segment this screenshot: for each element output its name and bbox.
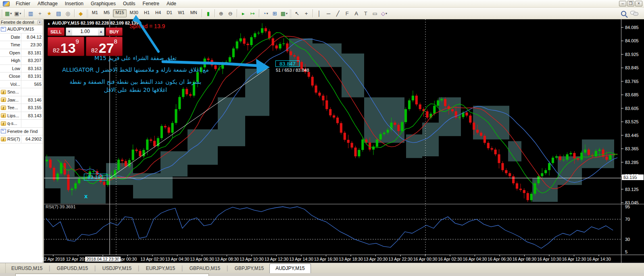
tab-gbpjpy[interactable]: GBPJPY,M15	[229, 264, 269, 273]
row-label: Jaw...	[7, 98, 19, 102]
row-label: Close	[9, 74, 20, 79]
restore-button[interactable]: ❐	[627, 1, 634, 6]
time-tick-label: 13 Apr 12:30	[265, 257, 289, 261]
text-icon: A	[354, 11, 358, 16]
toolbar-drag-handle[interactable]	[1, 9, 3, 17]
timeframe-m1-button[interactable]: M1	[90, 9, 100, 17]
row-label: Date	[11, 35, 20, 39]
tab-eurjpy[interactable]: EURJPY,M15	[140, 264, 181, 273]
hline-button[interactable]: ─	[324, 9, 333, 18]
tab-separator: │	[137, 264, 140, 273]
data-window-row: Fenetre de l'ind	[0, 128, 43, 136]
price-tick-label: 83.765	[625, 79, 639, 84]
strategy-tester-button[interactable]: ◎	[63, 9, 73, 18]
menu-fichier[interactable]: Fichier	[12, 0, 34, 7]
chart-symbol-ohlc[interactable]: ▲AUDJPY,M15 82.199 82.228 82.109 82.139	[47, 21, 139, 25]
timeframe-h1-button[interactable]: H1	[142, 9, 152, 17]
fibonacci-button[interactable]: F	[342, 9, 352, 18]
row-value: 83.163	[21, 65, 43, 73]
volume-up-icon[interactable]: ▲	[98, 28, 104, 35]
menu-graphiques[interactable]: Graphiques	[87, 0, 119, 7]
time-tick-label: 16 Apr 06:30	[488, 257, 512, 261]
terminal-edge	[15, 274, 209, 276]
data-window-row: Low83.163	[0, 65, 43, 73]
new-order-button[interactable]: ◆	[76, 9, 85, 18]
toolbar-drag-handle[interactable]	[290, 9, 292, 17]
vline-button[interactable]: │	[315, 9, 324, 18]
buy-quote-button[interactable]: 82 27 8	[86, 37, 123, 56]
period-button[interactable]: ◔▾	[261, 9, 270, 18]
profiles-button[interactable]: ▣▾	[13, 9, 22, 18]
timeframe-mn-button[interactable]: MN	[188, 9, 200, 17]
timeframe-w1-button[interactable]: W1	[175, 9, 187, 17]
sell-button[interactable]: SELL	[48, 27, 65, 36]
zoom-out-button[interactable]: ⊖	[226, 9, 235, 18]
timeframe-m5-button[interactable]: M5	[101, 9, 112, 17]
crosshair-icon: +	[305, 11, 308, 16]
row-label: Low	[12, 66, 20, 71]
auto-scroll-button[interactable]: ↦	[248, 9, 257, 18]
price-tick-label: 83.685	[625, 92, 639, 97]
menu-fenetre[interactable]: Fenetre	[139, 0, 163, 7]
menu-affichage[interactable]: Affichage	[34, 0, 61, 7]
tab-usdjpy[interactable]: USDJPY,M15	[97, 264, 137, 273]
toolbar-separator	[259, 9, 259, 17]
time-tick-label: 16 Apr 04:30	[463, 257, 487, 261]
tab-gbpusd[interactable]: GBPUSD,M15	[51, 264, 94, 273]
minimize-button[interactable]: –	[619, 1, 626, 6]
data-window-row: Time23:30	[0, 41, 43, 49]
new-chart-button[interactable]: ▦▾	[4, 9, 13, 18]
toolbar-drag-handle[interactable]	[86, 9, 88, 17]
price-tick-label: 83.285	[625, 160, 639, 165]
indicator-fx-icon: ƒ	[1, 98, 6, 102]
trendline-button[interactable]: ╱	[333, 9, 342, 18]
tile-windows-button[interactable]: ⊞	[270, 9, 279, 18]
crosshair-button[interactable]: +	[302, 9, 311, 18]
menu-insertion[interactable]: Insertion	[61, 0, 87, 7]
label-button[interactable]: T	[361, 9, 370, 18]
template-button[interactable]: ▩▾	[279, 9, 289, 18]
tab-audjpy[interactable]: AUDJPY,M15	[269, 264, 311, 273]
tab-scroll-gutter[interactable]	[0, 263, 6, 273]
time-tick-label: 16 Apr 10:30	[537, 257, 561, 261]
chat-icon[interactable]	[630, 11, 638, 16]
timeframe-h4-button[interactable]: H4	[153, 9, 163, 17]
data-window-close-icon[interactable]: x	[38, 20, 42, 25]
menu-outils[interactable]: Outils	[119, 0, 139, 7]
period-icon: ◔	[263, 11, 266, 16]
zoom-out-icon: ⊖	[228, 11, 233, 16]
tab-gbpaud[interactable]: GBPAUD,M15	[184, 264, 226, 273]
timeframe-d1-button[interactable]: D1	[164, 9, 175, 17]
close-button[interactable]: ×	[635, 1, 642, 6]
row-value	[21, 88, 43, 96]
open-price-label: 83.191	[84, 174, 107, 181]
candle-chart-button[interactable]: ▮	[204, 9, 213, 18]
market-watch-button[interactable]: ▥	[26, 9, 35, 18]
volume-down-icon[interactable]: ▼	[66, 28, 72, 35]
search-icon[interactable]	[621, 11, 626, 16]
shapes-button[interactable]: ▭	[370, 9, 379, 18]
chart-shift-button[interactable]: ▸	[239, 9, 248, 18]
timeframe-m30-button[interactable]: M30	[127, 9, 141, 17]
favorites-button[interactable]: ★	[45, 9, 54, 18]
row-label: Lips...	[7, 113, 19, 118]
cursor-button[interactable]: ↖	[292, 9, 302, 18]
row-value: 64.2902	[21, 135, 43, 143]
navigator-button[interactable]: +	[35, 9, 45, 18]
arrows-button[interactable]: ◇▾	[379, 9, 389, 18]
timeframe-m15-button[interactable]: M15	[113, 9, 126, 17]
menu-aide[interactable]: Aide	[163, 0, 180, 7]
tab-eurusd[interactable]: EURUSD,M15	[6, 264, 48, 273]
volume-value[interactable]: 1.00	[72, 28, 98, 35]
sell-quote-button[interactable]: 82 13 9	[48, 37, 84, 56]
row-value: 83.155	[21, 104, 43, 112]
collapse-quote-icon[interactable]: ▲	[47, 22, 50, 25]
zoom-in-button[interactable]: ⊕	[217, 9, 226, 18]
row-value: 83.143	[21, 112, 43, 120]
data-window-button[interactable]: ▤	[54, 9, 63, 18]
buy-button[interactable]: BUY	[106, 27, 123, 36]
chart-shift-icon: ▸	[242, 11, 245, 16]
toolbar-separator	[237, 9, 237, 17]
chevron-down-icon: ▾	[20, 12, 21, 15]
text-button[interactable]: A	[352, 9, 361, 18]
